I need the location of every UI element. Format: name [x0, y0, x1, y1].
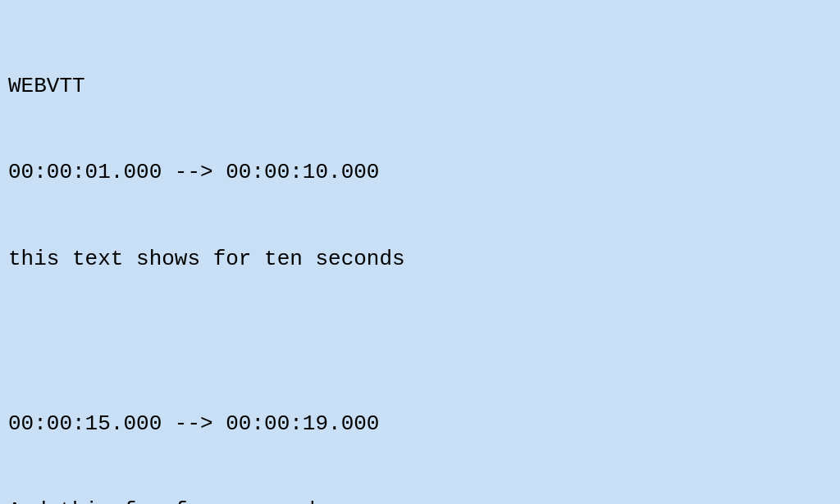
webvtt-header: WEBVTT [8, 72, 832, 101]
timecode-1: 00:00:01.000 --> 00:00:10.000 [8, 158, 832, 187]
webvtt-content-area: WEBVTT 00:00:01.000 --> 00:00:10.000 thi… [0, 0, 840, 504]
blank-line-1 [8, 331, 832, 352]
caption-text-2: And this for four seconds [8, 497, 832, 505]
caption-text-1: this text shows for ten seconds [8, 245, 832, 274]
timecode-2: 00:00:15.000 --> 00:00:19.000 [8, 410, 832, 438]
